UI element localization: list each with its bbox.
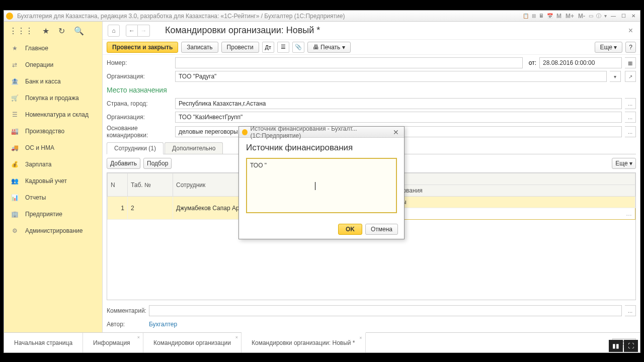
modal-textarea[interactable] xyxy=(246,158,397,213)
people-icon: 👥 xyxy=(10,177,19,185)
minimize-button[interactable]: — xyxy=(609,13,618,20)
sidebar-item-assets[interactable]: 🚚ОС и НМА xyxy=(4,139,102,156)
tab-additional[interactable]: Дополнительно xyxy=(165,142,223,154)
close-icon[interactable]: × xyxy=(137,335,140,340)
pause-icon[interactable]: ▮▮ xyxy=(609,340,623,352)
money-icon: 💰 xyxy=(10,161,19,168)
sidebar-item-purchase[interactable]: 🛒Покупка и продажа xyxy=(4,89,102,106)
sidebar-item-stock[interactable]: ☰Номенклатура и склад xyxy=(4,106,102,123)
footer-tab-start[interactable]: Начальная страница xyxy=(4,333,83,352)
number-input[interactable] xyxy=(175,57,523,68)
sidebar-item-reports[interactable]: 📊Отчеты xyxy=(4,189,102,206)
dt-kt-icon[interactable]: Дт xyxy=(262,42,274,53)
modal-cancel-button[interactable]: Отмена xyxy=(365,224,398,235)
modal-heading: Источник финансирования xyxy=(246,143,397,153)
sidebar-item-label: Номенклатура и склад xyxy=(25,111,89,118)
toolbar: Провести и закрыть Записать Провести Дт … xyxy=(103,40,640,55)
footer-tab-trips-new[interactable]: Командировки организации: Новый *× xyxy=(242,332,366,352)
app-icon xyxy=(242,129,248,135)
post-button[interactable]: Провести xyxy=(221,42,259,53)
author-link[interactable]: Бухгалтер xyxy=(149,321,177,328)
date-input[interactable] xyxy=(539,57,622,68)
sidebar-item-hr[interactable]: 👥Кадровый учет xyxy=(4,172,102,189)
ellipsis-icon[interactable]: … xyxy=(625,126,636,137)
sidebar-item-label: Покупка и продажа xyxy=(25,95,79,102)
tb-icon-5[interactable]: ▭ xyxy=(588,13,594,19)
sidebar-item-production[interactable]: 🏭Производство xyxy=(4,123,102,139)
forward-button[interactable]: → xyxy=(138,25,150,37)
col-tab[interactable]: Таб. № xyxy=(128,173,173,197)
col-n[interactable]: N xyxy=(108,173,128,197)
add-button[interactable]: Добавить xyxy=(107,158,140,169)
m-minus-icon[interactable]: M- xyxy=(577,13,587,20)
search-icon[interactable]: 🔍 xyxy=(74,26,84,36)
tb-icon-4[interactable]: 📅 xyxy=(546,13,554,19)
tb-dropdown[interactable]: ▾ xyxy=(603,13,608,19)
info-icon[interactable]: ⓘ xyxy=(595,13,602,20)
comment-label: Комментарий: xyxy=(107,307,146,314)
comment-input[interactable] xyxy=(149,305,622,316)
save-button[interactable]: Записать xyxy=(181,42,218,53)
org-input[interactable] xyxy=(175,71,607,82)
open-icon[interactable]: ↗ xyxy=(625,71,636,82)
print-button[interactable]: 🖶 Печать ▾ xyxy=(307,42,351,53)
sidebar-item-company[interactable]: 🏢Предприятие xyxy=(4,206,102,222)
country-input[interactable] xyxy=(175,98,622,109)
bank-icon: 🏦 xyxy=(10,78,19,85)
chart-icon: 📊 xyxy=(10,194,19,201)
tb-icon-3[interactable]: 🖩 xyxy=(538,13,545,19)
section-destination: Место назначения xyxy=(107,84,636,96)
ellipsis-icon[interactable]: … xyxy=(625,305,636,316)
sidebar-item-admin[interactable]: ⚙Администрирование xyxy=(4,222,102,239)
building-icon: 🏢 xyxy=(10,211,19,218)
sidebar-item-salary[interactable]: 💰Зарплата xyxy=(4,156,102,172)
pick-button[interactable]: Подбор xyxy=(143,158,172,169)
tb-icon-1[interactable]: 📋 xyxy=(522,13,530,19)
dest-org-input[interactable] xyxy=(175,112,622,123)
m-plus-icon[interactable]: M+ xyxy=(564,13,576,20)
modal-close-button[interactable]: ✕ xyxy=(391,128,401,136)
tab-employees[interactable]: Сотрудники (1) xyxy=(107,142,164,154)
footer-tab-trips[interactable]: Командировки организации× xyxy=(143,333,242,352)
post-close-button[interactable]: Провести и закрыть xyxy=(107,42,178,53)
close-icon[interactable]: × xyxy=(359,335,362,340)
sidebar-item-label: Зарплата xyxy=(25,161,52,168)
apps-icon[interactable]: ⋮⋮⋮ xyxy=(9,26,33,36)
sidebar-item-operations[interactable]: ⇄Операции xyxy=(4,56,102,73)
operations-icon: ⇄ xyxy=(10,61,19,68)
stock-icon: ☰ xyxy=(10,111,19,118)
modal-ok-button[interactable]: OK xyxy=(338,224,362,235)
app-icon xyxy=(6,13,13,20)
structure-icon[interactable]: ☰ xyxy=(277,42,289,53)
tb-icon-2[interactable]: ⊞ xyxy=(531,13,537,19)
fullscreen-icon[interactable]: ⛶ xyxy=(624,340,638,352)
m-icon[interactable]: M xyxy=(555,13,563,20)
help-button[interactable]: ? xyxy=(625,42,636,53)
ellipsis-icon[interactable]: … xyxy=(625,98,636,109)
maximize-button[interactable]: ☐ xyxy=(619,13,628,20)
history-icon[interactable]: ↻ xyxy=(58,26,65,36)
ellipsis-icon[interactable]: … xyxy=(625,112,636,123)
video-controls: ▮▮ ⛶ xyxy=(609,340,638,352)
dropdown-icon[interactable]: ▾ xyxy=(610,71,621,82)
window-title: Бухгалтерия для Казахстана, редакция 3.0… xyxy=(17,13,522,20)
footer-tabs: Начальная страница Информация× Командиро… xyxy=(4,332,640,352)
back-button[interactable]: ← xyxy=(126,25,138,37)
sidebar-item-main[interactable]: ★Главное xyxy=(4,40,102,56)
sidebar-item-bank[interactable]: 🏦Банк и касса xyxy=(4,73,102,89)
country-label: Страна, город: xyxy=(107,100,172,107)
dest-org-label: Организация: xyxy=(107,114,172,121)
calendar-icon[interactable]: ▦ xyxy=(625,57,636,68)
cell-n: 1 xyxy=(108,197,128,220)
more-button[interactable]: Еще ▾ xyxy=(595,42,623,53)
more-button-2[interactable]: Еще ▾ xyxy=(612,158,636,169)
close-button[interactable]: ✕ xyxy=(629,13,638,20)
close-page-button[interactable]: × xyxy=(626,24,635,37)
attach-icon[interactable]: 📎 xyxy=(292,42,304,53)
home-button[interactable]: ⌂ xyxy=(108,25,120,37)
footer-tab-info[interactable]: Информация× xyxy=(83,333,143,352)
page-title: Командировки организации: Новый * xyxy=(165,25,626,36)
sidebar-item-label: Производство xyxy=(25,128,64,135)
favorites-icon[interactable]: ★ xyxy=(42,26,49,36)
close-icon[interactable]: × xyxy=(235,335,238,340)
